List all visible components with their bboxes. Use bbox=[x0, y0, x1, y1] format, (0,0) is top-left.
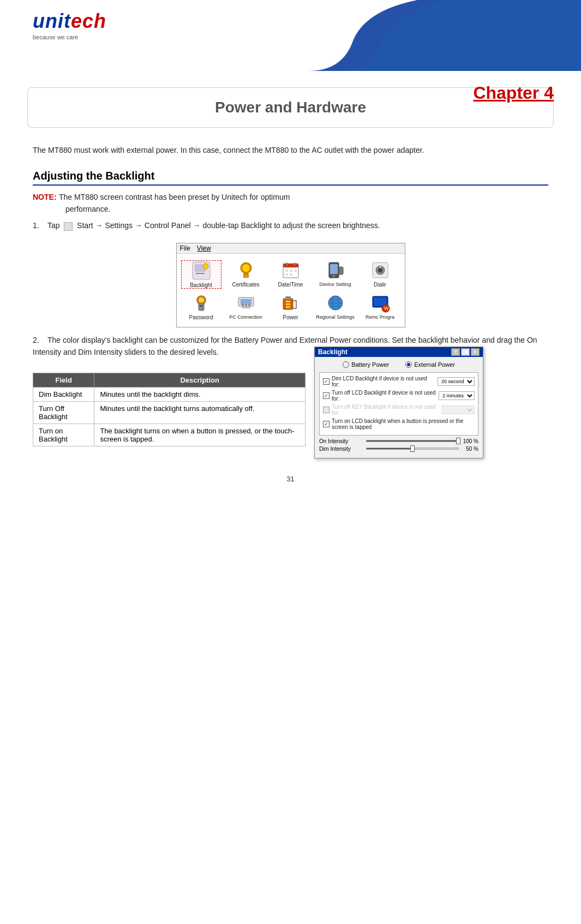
power-selection-row: Battery Power External Power bbox=[319, 361, 478, 368]
turn-off-key-row: Turn off KEY Backlight if device is not … bbox=[323, 404, 475, 416]
cp-item-power[interactable]: Power bbox=[271, 293, 311, 320]
password-icon bbox=[191, 293, 211, 313]
svg-rect-37 bbox=[286, 301, 290, 302]
backlight-icon bbox=[191, 261, 211, 281]
certificates-icon bbox=[236, 260, 256, 280]
battery-power-radio[interactable]: Battery Power bbox=[343, 361, 389, 368]
cp-item-dialir[interactable]: Dialir bbox=[360, 260, 400, 289]
regional-settings-icon bbox=[326, 293, 345, 313]
on-intensity-track[interactable] bbox=[366, 440, 459, 442]
logo-tagline: because we care bbox=[33, 34, 78, 40]
svg-rect-12 bbox=[285, 270, 288, 272]
dim-intensity-label: Dim Intensity bbox=[319, 446, 363, 452]
svg-text:W: W bbox=[384, 306, 389, 311]
dim-intensity-value: 50 % bbox=[462, 446, 478, 452]
menu-view[interactable]: View bbox=[197, 245, 211, 252]
dialog-title: Backlight bbox=[318, 348, 348, 356]
desc-turn-off-backlight: Minutes until the backlight turns automa… bbox=[94, 401, 306, 424]
page-number: 31 bbox=[0, 475, 581, 483]
dim-intensity-thumb[interactable] bbox=[410, 445, 415, 452]
cp-item-remc-progra[interactable]: W Remc Progra bbox=[360, 293, 400, 320]
header: unitech because we care bbox=[0, 0, 581, 71]
power-icon bbox=[281, 293, 301, 313]
cp-label-regional-settings: Regional Settings bbox=[316, 314, 355, 320]
svg-rect-38 bbox=[286, 303, 290, 305]
field-table: Field Description Dim Backlight Minutes … bbox=[33, 373, 306, 446]
on-intensity-label: On Intensity bbox=[319, 438, 363, 444]
svg-point-5 bbox=[242, 264, 250, 272]
dim-intensity-fill bbox=[367, 448, 412, 449]
step2-area: Field Description Dim Backlight Minutes … bbox=[33, 368, 548, 458]
cp-item-backlight[interactable]: Backlight bbox=[181, 260, 221, 289]
field-turn-off-backlight: Turn Off Backlight bbox=[33, 401, 94, 424]
intro-paragraph: The MT880 must work with external power.… bbox=[33, 144, 548, 156]
field-turn-on-backlight: Turn on Backlight bbox=[33, 424, 94, 446]
cp-item-device-setting[interactable]: Device Setting bbox=[315, 260, 356, 289]
desc-dim-backlight: Minutes until the backlight dims. bbox=[94, 387, 306, 401]
turn-on-lcd-row: Turn on LCD backlight when a button is p… bbox=[323, 418, 475, 430]
cp-item-datetime[interactable]: Date/Time bbox=[271, 260, 311, 289]
logo: unitech because we care bbox=[33, 10, 106, 40]
svg-rect-39 bbox=[286, 306, 290, 308]
datetime-icon bbox=[281, 260, 301, 280]
on-intensity-thumb[interactable] bbox=[456, 438, 460, 444]
dialog-title-buttons: ? OK × bbox=[451, 348, 480, 356]
svg-point-26 bbox=[199, 297, 204, 303]
note-body: The MT880 screen contrast has been prese… bbox=[59, 193, 290, 201]
desc-turn-on-backlight: The backlight turns on when a button is … bbox=[94, 424, 306, 446]
svg-rect-18 bbox=[330, 264, 338, 274]
logo-text: unitech bbox=[33, 10, 106, 33]
start-icon bbox=[64, 222, 73, 231]
cp-label-dialir: Dialir bbox=[374, 282, 386, 288]
control-panel-screenshot: File View Backlight bbox=[176, 243, 405, 327]
external-power-dot bbox=[407, 363, 410, 366]
turn-off-key-checkbox bbox=[323, 407, 330, 413]
col-field: Field bbox=[33, 373, 94, 387]
main-content: The MT880 must work with external power.… bbox=[33, 144, 548, 458]
turn-off-key-select bbox=[442, 406, 475, 414]
dim-lcd-label: Dim LCD Backlight if device is not used … bbox=[332, 375, 435, 388]
cp-label-device-setting: Device Setting bbox=[319, 282, 351, 287]
dim-lcd-select[interactable]: 20 second bbox=[438, 377, 475, 386]
turn-off-lcd-checkbox[interactable] bbox=[323, 392, 330, 399]
turn-off-key-label: Turn off KEY Backlight if device is not … bbox=[332, 404, 440, 416]
svg-rect-7 bbox=[244, 276, 248, 277]
svg-rect-2 bbox=[196, 273, 205, 274]
svg-rect-15 bbox=[285, 273, 288, 276]
svg-rect-31 bbox=[242, 306, 250, 308]
dim-intensity-track[interactable] bbox=[366, 448, 459, 450]
battery-power-label: Battery Power bbox=[351, 361, 389, 368]
cp-item-pc-connection[interactable]: PC Connection bbox=[226, 293, 266, 320]
note-indent: performance. bbox=[65, 204, 548, 214]
note-performance: performance. bbox=[65, 205, 110, 213]
backlight-dialog: Backlight ? OK × Battery Power bbox=[314, 347, 483, 458]
turn-off-lcd-label: Turn off LCD Backlight if device is not … bbox=[332, 390, 436, 402]
cp-item-certificates[interactable]: Certificates bbox=[226, 260, 266, 289]
cp-label-remc-progra: Remc Progra bbox=[366, 314, 394, 320]
chapter-title: Power and Hardware bbox=[50, 99, 531, 116]
dialog-ok-button[interactable]: OK bbox=[461, 348, 470, 356]
external-power-radio[interactable]: External Power bbox=[405, 361, 455, 368]
pc-connection-icon bbox=[236, 293, 256, 313]
dialir-icon bbox=[370, 260, 390, 280]
cp-item-password[interactable]: Password bbox=[181, 293, 221, 320]
dialog-close-button[interactable]: × bbox=[471, 348, 480, 356]
chapter-label: Chapter 4 bbox=[473, 83, 554, 103]
dialog-help-button[interactable]: ? bbox=[451, 348, 460, 356]
step1-text: 1. Tap Start → Settings → Control Panel … bbox=[33, 219, 380, 231]
turn-off-lcd-select[interactable]: 2 minutes bbox=[439, 391, 475, 400]
battery-power-radio-circle bbox=[343, 361, 349, 368]
dialog-titlebar: Backlight ? OK × bbox=[315, 347, 483, 357]
dim-lcd-checkbox[interactable] bbox=[323, 378, 330, 385]
dim-intensity-row: Dim Intensity 50 % bbox=[319, 446, 478, 452]
turn-on-lcd-checkbox[interactable] bbox=[323, 421, 330, 427]
cp-item-regional-settings[interactable]: Regional Settings bbox=[315, 293, 356, 320]
col-description: Description bbox=[94, 373, 306, 387]
cp-grid: Backlight Certificates bbox=[177, 254, 405, 327]
menu-file[interactable]: File bbox=[180, 245, 190, 252]
table-row: Turn on Backlight The backlight turns on… bbox=[33, 424, 306, 446]
cp-label-backlight: Backlight bbox=[190, 282, 212, 288]
chapter-area: Chapter 4 Power and Hardware bbox=[27, 87, 554, 128]
header-decoration bbox=[308, 0, 581, 71]
svg-rect-36 bbox=[285, 296, 291, 300]
